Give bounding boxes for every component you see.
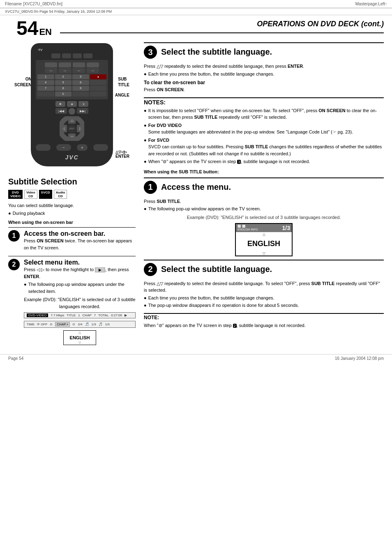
osd-speed: 7.7 Mbps [51, 313, 64, 317]
note-title: NOTE: [144, 313, 384, 320]
step1b-bullet: ● The following pop-up window appears on… [144, 205, 384, 212]
step-2-number: 2 [8, 259, 20, 270]
center-btn[interactable] [69, 108, 75, 115]
skip-area: |◀◀ ▶▶| [35, 108, 109, 115]
clear-label-container: To clear the on-screen bar [144, 80, 384, 85]
num-4[interactable]: 4 [37, 80, 54, 85]
num-rec[interactable]: ● [90, 74, 107, 79]
num-9[interactable]: 9 [72, 86, 89, 91]
osd-chap-label: CHAP [83, 313, 92, 317]
dpad-left[interactable]: ◁ [60, 125, 67, 132]
badge-dvd: DVDVIDEO [8, 190, 23, 199]
bottom-plus-btn[interactable]: + [77, 144, 88, 151]
top-bar: XVC27U_08DVD.fm Page 54 Friday, January … [0, 8, 392, 15]
onscreen-btn[interactable] [45, 62, 57, 67]
num-blank5 [90, 92, 107, 97]
osd-english-val: ENGLISH [64, 334, 96, 341]
popup-up-arrow: △ [236, 232, 292, 236]
btn-4[interactable] [83, 53, 92, 58]
btn-1[interactable] [51, 53, 60, 58]
badge-audio: AudioCD [54, 190, 67, 199]
num-6[interactable]: 6 [72, 80, 89, 85]
remote-control: ·TV [31, 43, 113, 166]
num-5[interactable]: 5 [55, 80, 72, 85]
bottom-left-btn[interactable] [36, 144, 51, 151]
bottom-right-btn[interactable] [93, 144, 108, 151]
num-7[interactable]: 7 [37, 86, 54, 91]
minus-btn2[interactable]: — [59, 68, 71, 73]
breadcrumb: XVC27U_08DVD.fm Page 54 Friday, January … [5, 9, 112, 14]
popup-down-arrow: ▽ [236, 251, 292, 256]
step-1-box: 1 Access the on-screen bar. Press ON SCR… [8, 227, 136, 253]
note-1: ● It is impossible to select "OFF" when … [144, 107, 384, 121]
osd-bar-bottom: TIME ⟳ OFF ⊙ CHAP.+ ⊙ 2/4 🎵 1/3 🎵 1/3 [24, 321, 136, 328]
osd-bar-top: DVD-VIDEO 7.7 Mbps TITLE 1 CHAP 7 TOTAL … [24, 312, 136, 318]
num-1[interactable]: 1 [37, 74, 54, 79]
page-en-suffix: EN [39, 27, 52, 37]
num-2[interactable]: 2 [55, 74, 72, 79]
popup-left-info: ⬜ ⬜ENGLISH INFO [238, 225, 258, 231]
remote-wrapper: ON SCREEN SUB TITLE ANGLE △▽◁▷ ENTER [14, 43, 129, 166]
badge-video: VideoCD [24, 190, 37, 199]
step3-bullet: ● Each time you press the button, the su… [144, 71, 384, 78]
osd-circle-icon: ⊙ [50, 322, 53, 326]
transport-area: ▶ ■ ⏸ [35, 101, 109, 107]
minus-btn4[interactable]: — [87, 68, 99, 73]
fwd-btn[interactable]: ▶▶| [77, 108, 88, 114]
num-blank4 [72, 92, 89, 97]
right-column: 3 Select the subtitle language. Press △▽… [144, 39, 384, 350]
osd-total-label: TOTAL [98, 313, 108, 317]
section-title: Subtitle Selection [8, 177, 136, 187]
num-0[interactable]: 0 [55, 92, 72, 97]
sub-btn[interactable] [59, 62, 71, 67]
step1b-body: Press SUB TITLE. ● The following pop-up … [144, 198, 384, 212]
extra-btn[interactable] [87, 62, 99, 67]
dpad-down[interactable]: ▽ [68, 134, 76, 141]
footer-page: Page 54 [8, 356, 23, 361]
minus-btn1[interactable]: — [45, 68, 57, 73]
stop-btn[interactable]: ■ [67, 101, 77, 107]
screen-btn-row [37, 62, 106, 67]
sub-title-subsection: When using the SUB TITLE button: [144, 169, 384, 174]
osd-chap-val: 7 [94, 313, 96, 317]
right-step-3-content: Select the subtitle language. [161, 46, 272, 57]
step2b-bullet-2: ● The pop-up window disappears if no ope… [144, 302, 384, 309]
angle-btn[interactable] [73, 62, 85, 67]
dpad-center[interactable]: ENT [67, 124, 76, 133]
btn-3[interactable] [73, 53, 82, 58]
masterpage-label: Masterpage:Left↑ [355, 2, 387, 6]
minus-btn3[interactable]: — [73, 68, 85, 73]
osd-frac3-icon: 🎵 [99, 322, 103, 326]
pause-btn[interactable]: ⏸ [78, 101, 88, 107]
osd-bar-container: DVD-VIDEO 7.7 Mbps TITLE 1 CHAP 7 TOTAL … [24, 312, 136, 345]
remote-area: ON SCREEN SUB TITLE ANGLE △▽◁▷ ENTER [8, 39, 136, 170]
right-step-2b-content: Select the subtitle language. [161, 263, 272, 274]
notes-box: NOTES: ● It is impossible to select "OFF… [144, 97, 384, 165]
dpad-right[interactable]: ▷ [77, 125, 84, 132]
osd-play-icon: ▶ [125, 313, 127, 317]
bottom-minus-btn[interactable]: − [56, 144, 71, 151]
dpad-up[interactable]: △ [68, 116, 76, 124]
step-2-body: Press ◁ ▷ to move the hightlight to ▶, t… [24, 266, 136, 295]
right-step-2b-title: Select the subtitle language. [161, 263, 272, 274]
step-1-body: Press ON SCREEN twice. The on-screen bar… [24, 237, 136, 251]
osd-total-val: 0:27:06 [111, 313, 122, 317]
osd-chap-plus: CHAP.+ [55, 322, 70, 327]
filename-label: Filename [XVC27U_08DVD.fm] [5, 2, 62, 6]
step-2-bullet: ● The following pop-up window appears un… [24, 281, 136, 295]
osd-frac3: 1/3 [105, 322, 110, 326]
num-8[interactable]: 8 [55, 86, 72, 91]
rew-btn[interactable]: |◀◀ [55, 108, 67, 114]
right-step-1b-box: 1 Access the menu. [144, 177, 384, 196]
num-3[interactable]: 3 [72, 74, 89, 79]
num-blank3 [37, 92, 54, 97]
on-screen-label: ON SCREEN [14, 76, 32, 88]
osd-frac2: 1/3 [92, 322, 96, 326]
page-footer: Page 54 16 January 2004 12:08 pm [0, 354, 392, 362]
play-btn[interactable]: ▶ [55, 101, 65, 107]
left-column: ON SCREEN SUB TITLE ANGLE △▽◁▷ ENTER [8, 39, 136, 350]
osd-english-down-arrow: ▽ [64, 341, 96, 345]
osd-fraction1: ⊙ [72, 322, 75, 326]
popup-header: ⬜ ⬜ENGLISH INFO 1/3 [236, 224, 292, 232]
btn-2[interactable] [62, 53, 71, 58]
